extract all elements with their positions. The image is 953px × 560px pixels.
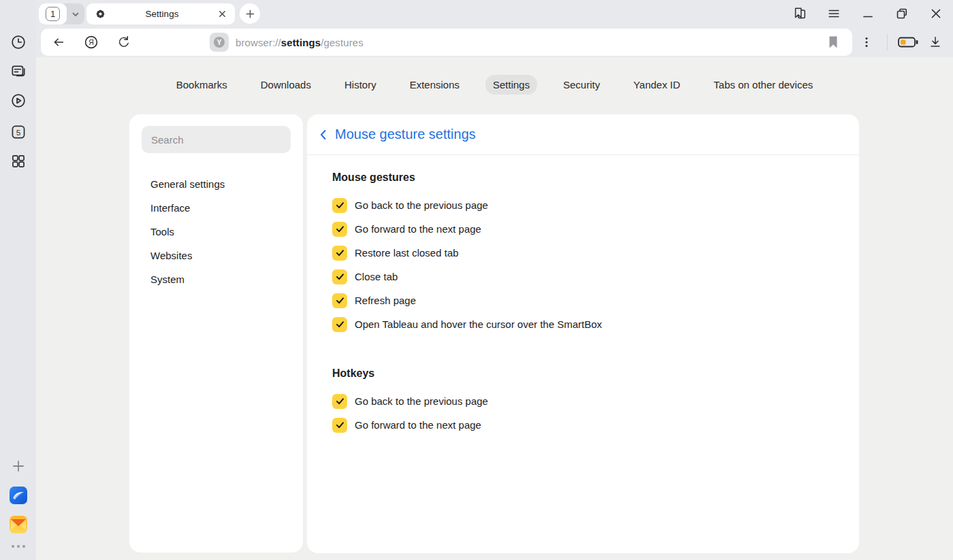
toolbar-separator (887, 34, 888, 50)
tab-title: Settings (106, 9, 218, 19)
minimize-icon (861, 7, 875, 20)
battery-icon (897, 35, 919, 49)
nav-security[interactable]: Security (555, 75, 607, 95)
yandex-browser-app-button[interactable] (0, 484, 36, 506)
nav-history[interactable]: History (337, 75, 384, 95)
plus-icon (245, 9, 255, 19)
back-button[interactable] (45, 29, 72, 56)
downloads-button[interactable] (922, 29, 949, 56)
feed-cards-icon (10, 63, 27, 80)
check-icon (335, 224, 345, 234)
battery-indicator[interactable] (894, 29, 922, 56)
toolbar-more-button[interactable] (853, 29, 880, 56)
checkbox-label: Close tab (355, 271, 398, 282)
yandex-browser-app-icon (9, 486, 28, 505)
nav-bookmarks[interactable]: Bookmarks (169, 75, 235, 95)
tab-counter[interactable]: 1 (39, 3, 84, 24)
checkbox-checked[interactable] (332, 246, 347, 261)
nav-downloads[interactable]: Downloads (253, 75, 319, 95)
browser-menu-button[interactable] (826, 6, 841, 21)
checkbox-label: Go back to the previous page (355, 395, 488, 407)
history-clock-icon (10, 33, 27, 51)
tab-groups-button[interactable]: 5 (0, 120, 36, 144)
sidebar-item-interface[interactable]: Interface (142, 196, 291, 220)
mouse-gestures-list: Go back to the previous page Go forward … (332, 193, 839, 336)
url-scheme: browser:// (236, 37, 281, 48)
rail-more-button[interactable] (0, 540, 36, 553)
back-arrow-icon (51, 35, 66, 50)
tab-list-dropdown[interactable] (67, 3, 84, 24)
yandex-home-button[interactable]: Я (78, 29, 105, 56)
close-window-button[interactable] (928, 6, 943, 21)
checkbox-checked[interactable] (332, 317, 347, 332)
yandex-ya-icon: Я (83, 34, 99, 50)
section-heading-hotkeys: Hotkeys (332, 367, 839, 380)
hotkeys-list: Go back to the previous page Go forward … (332, 389, 839, 437)
tab-settings[interactable]: Settings (86, 3, 235, 24)
toolbar-right (853, 27, 953, 57)
sidebar-item-tools[interactable]: Tools (142, 220, 291, 244)
reload-button[interactable] (110, 29, 138, 56)
sidebar-item-general[interactable]: General settings (142, 172, 291, 196)
yandex-mail-app-button[interactable] (0, 514, 36, 536)
checkbox-checked[interactable] (332, 198, 347, 213)
section-heading-mouse-gestures: Mouse gestures (332, 171, 839, 184)
bookmark-page-button[interactable] (826, 34, 840, 53)
svg-text:Я: Я (88, 38, 94, 46)
settings-top-nav: Bookmarks Downloads History Extensions S… (36, 75, 953, 95)
checkbox-label: Go forward to the next page (355, 419, 481, 431)
checkbox-checked[interactable] (332, 418, 347, 433)
url-host: settings (281, 37, 321, 48)
search-input[interactable] (142, 126, 291, 153)
feed-button[interactable] (0, 61, 36, 82)
add-panel-button[interactable] (0, 456, 36, 476)
apps-button[interactable] (0, 150, 36, 172)
site-badge[interactable]: Y (210, 33, 229, 52)
checkbox-checked[interactable] (332, 222, 347, 237)
yandex-y-logo-icon: Y (212, 35, 226, 49)
checkbox-checked[interactable] (332, 394, 347, 409)
checkbox-checked[interactable] (332, 269, 347, 284)
settings-categories: General settings Interface Tools Website… (142, 172, 291, 291)
nav-yandex-id[interactable]: Yandex ID (626, 75, 688, 95)
maximize-button[interactable] (894, 6, 909, 21)
sidebar-item-websites[interactable]: Websites (142, 244, 291, 267)
new-tab-button[interactable] (240, 3, 260, 24)
hotkey-row: Go back to the previous page (332, 389, 839, 413)
hamburger-menu-icon (826, 6, 841, 21)
check-icon (335, 200, 345, 210)
open-tabs-count[interactable]: 1 (39, 3, 67, 24)
check-icon (335, 295, 345, 306)
nav-extensions[interactable]: Extensions (402, 75, 467, 95)
checkbox-label: Go back to the previous page (355, 199, 488, 211)
gesture-row: Refresh page (332, 289, 839, 312)
nav-settings[interactable]: Settings (485, 75, 537, 95)
sidebar-item-system[interactable]: System (142, 267, 291, 291)
toolbar-row: Я Y browser://settings/gestures (36, 27, 953, 57)
gesture-settings-panel: Mouse gesture settings Mouse gestures Go… (307, 114, 859, 553)
minimize-button[interactable] (860, 6, 875, 21)
apps-grid-icon (10, 152, 27, 170)
nav-tabs-other-devices[interactable]: Tabs on other devices (706, 75, 820, 95)
check-icon (335, 420, 345, 430)
page-title[interactable]: Mouse gesture settings (335, 127, 476, 142)
bookmarks-panel-button[interactable] (792, 6, 807, 21)
close-tab-icon[interactable] (218, 10, 227, 18)
video-button[interactable] (0, 90, 36, 112)
checkbox-checked[interactable] (332, 293, 347, 308)
gear-icon (95, 8, 106, 20)
history-button[interactable] (0, 31, 36, 53)
gesture-row: Open Tableau and hover the cursor over t… (332, 312, 839, 336)
panel-body: Mouse gestures Go back to the previous p… (307, 155, 859, 437)
checkbox-label: Restore last closed tab (355, 247, 459, 259)
check-icon (335, 271, 345, 282)
address-url[interactable]: browser://settings/gestures (236, 37, 364, 48)
gesture-row: Go back to the previous page (332, 193, 839, 217)
window-controls (792, 0, 953, 27)
bookmark-flag-icon (826, 34, 840, 50)
browser-window: 5 (0, 0, 953, 560)
mail-app-icon (9, 515, 28, 534)
gesture-row: Close tab (332, 265, 839, 289)
back-chevron-icon[interactable] (319, 129, 328, 141)
download-icon (928, 35, 943, 50)
